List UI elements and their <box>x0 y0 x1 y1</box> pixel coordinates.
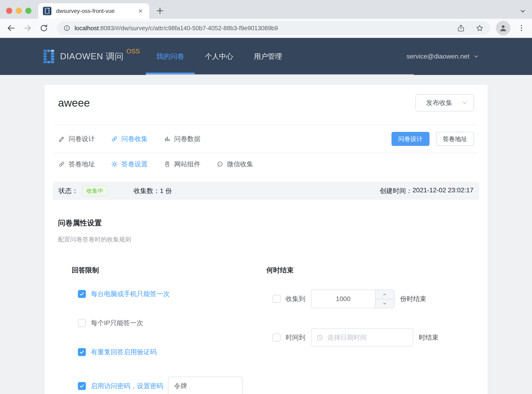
answer-url-button[interactable]: 答卷地址 <box>436 132 474 146</box>
captcha-label[interactable]: 有重复回答启用验证码 <box>91 348 157 357</box>
limit-row-ip-once: 每个IP只能答一次 <box>78 319 266 327</box>
tab-title: dwsurvey-oss-front-vue <box>56 8 137 14</box>
quota-number-input-group <box>311 290 394 308</box>
address-bar[interactable]: localhost:8083/#/dw/survey/c/attr/c98fa1… <box>57 21 490 35</box>
access-password-input[interactable] <box>168 377 243 394</box>
diaowen-logo <box>43 50 54 63</box>
window-close-button[interactable] <box>6 8 12 14</box>
tab-survey-data[interactable]: 问卷数据 <box>164 135 201 143</box>
quota-checkbox[interactable] <box>273 295 281 303</box>
back-icon <box>7 24 16 33</box>
password-checkbox[interactable] <box>78 382 86 390</box>
reload-icon <box>39 24 48 33</box>
share-icon[interactable] <box>457 24 465 32</box>
status-badge: 收集中 <box>83 186 107 196</box>
tab-close-button[interactable] <box>137 7 144 15</box>
tab-answer-settings[interactable]: 答卷设置 <box>111 160 148 169</box>
quota-label[interactable]: 收集到 <box>286 295 305 303</box>
quota-number-input[interactable] <box>312 290 375 308</box>
person-icon <box>499 23 508 33</box>
nav-item-my-surveys[interactable]: 我的问卷 <box>146 38 195 75</box>
nav-item-user-management[interactable]: 用户管理 <box>244 38 292 75</box>
status-bar: 状态： 收集中 收集数： 1 份 创建时间： 2021-12-02 23:02:… <box>53 182 479 200</box>
check-icon <box>79 349 85 355</box>
browser-tab[interactable]: dwsurvey-oss-front-vue <box>38 3 149 19</box>
forward-icon <box>23 24 32 33</box>
answer-limit-heading: 回答限制 <box>72 266 266 275</box>
page-info-icon[interactable] <box>63 25 70 32</box>
window-zoom-button[interactable] <box>25 8 32 14</box>
end-row-deadline: 时间到 时结束 <box>273 328 474 347</box>
created-label: 创建时间： <box>380 187 413 195</box>
brand-badge: OSS <box>126 48 140 55</box>
account-menu[interactable]: service@diaowen.net <box>406 38 479 75</box>
survey-title: aweee <box>58 96 90 109</box>
created-value: 2021-12-02 23:02:17 <box>413 187 473 195</box>
check-icon <box>79 383 85 389</box>
tab-survey-design[interactable]: 问卷设计 <box>58 135 95 143</box>
quota-increase-button[interactable] <box>376 290 394 299</box>
ip-once-label[interactable]: 每个IP只能答一次 <box>91 319 143 327</box>
browser-menu-button[interactable] <box>517 24 525 32</box>
captcha-checkbox[interactable] <box>78 348 86 356</box>
device-once-label[interactable]: 每台电脑或手机只能答一次 <box>91 290 170 298</box>
secondary-tab-row: 答卷地址 答卷设置 网站组件 微信收集 <box>45 153 488 175</box>
wechat-icon <box>217 161 223 168</box>
deadline-date-input[interactable] <box>327 334 408 342</box>
nav-bottom-shadow <box>146 74 414 75</box>
limit-row-password: 启用访问密码，设置密码 <box>78 377 266 394</box>
back-button[interactable] <box>7 24 16 33</box>
end-rules-heading: 何时结束 <box>266 266 474 275</box>
publish-collect-select[interactable]: 发布收集 <box>415 94 474 112</box>
limit-row-captcha: 有重复回答启用验证码 <box>78 348 266 357</box>
tab-wechat-collect[interactable]: 微信收集 <box>217 160 253 169</box>
deadline-checkbox[interactable] <box>273 334 281 342</box>
window-controls <box>6 8 32 14</box>
deadline-suffix: 时结束 <box>419 333 439 342</box>
count-value: 1 份 <box>160 187 172 195</box>
survey-card: aweee 发布收集 问卷设计 问卷收集 问卷数据 问卷设计 答卷地址 <box>45 85 488 394</box>
browser-profile-avatar[interactable] <box>496 21 511 35</box>
plus-icon <box>155 6 165 16</box>
link-icon <box>111 135 118 142</box>
chevron-up-icon <box>382 292 387 297</box>
password-label[interactable]: 启用访问密码，设置密码 <box>91 382 163 390</box>
tab-survey-collect[interactable]: 问卷收集 <box>111 135 148 143</box>
deadline-label[interactable]: 时间到 <box>286 333 305 342</box>
kebab-menu-icon <box>517 24 525 32</box>
brand-title: DIAOWEN 调问 <box>60 51 124 62</box>
nav-item-profile[interactable]: 个人中心 <box>195 38 244 75</box>
forward-button[interactable] <box>23 24 32 33</box>
device-once-checkbox[interactable] <box>78 290 86 298</box>
clock-icon <box>316 334 323 341</box>
count-label: 收集数： <box>134 187 160 195</box>
deadline-date-picker[interactable] <box>311 328 413 347</box>
ip-once-checkbox[interactable] <box>78 319 86 327</box>
browser-tabstrip: dwsurvey-oss-front-vue <box>0 0 532 19</box>
url-text: localhost:8083/#/dw/survey/c/attr/c98fa1… <box>74 25 278 32</box>
status-label: 状态： <box>59 187 78 195</box>
bookmark-star-icon[interactable] <box>476 24 484 32</box>
section-title: 问卷属性设置 <box>58 218 474 228</box>
check-icon <box>79 291 85 297</box>
main-nav: 我的问卷 个人中心 用户管理 <box>146 38 292 75</box>
new-tab-button[interactable] <box>155 6 165 16</box>
chevron-down-icon <box>382 301 387 306</box>
quota-decrease-button[interactable] <box>376 299 394 308</box>
section-subtitle: 配置问卷答卷时的收集规则 <box>58 235 474 244</box>
link-icon <box>58 161 65 168</box>
survey-design-button[interactable]: 问卷设计 <box>392 132 430 146</box>
end-row-quota: 收集到 份时结束 <box>273 290 474 308</box>
tab-site-widget[interactable]: 网站组件 <box>164 160 201 169</box>
page-background: aweee 发布收集 问卷设计 问卷收集 问卷数据 问卷设计 答卷地址 <box>0 75 532 394</box>
chevron-down-icon <box>461 99 468 106</box>
primary-tab-row: 问卷设计 问卷收集 问卷数据 问卷设计 答卷地址 <box>45 125 488 153</box>
pencil-icon <box>58 135 65 142</box>
gear-icon <box>111 161 118 168</box>
tab-search-chevron-icon[interactable] <box>519 7 527 15</box>
account-email: service@diaowen.net <box>406 53 469 60</box>
close-icon <box>138 8 143 14</box>
window-minimize-button[interactable] <box>16 8 22 14</box>
tab-answer-url[interactable]: 答卷地址 <box>58 160 95 169</box>
reload-button[interactable] <box>39 24 48 33</box>
